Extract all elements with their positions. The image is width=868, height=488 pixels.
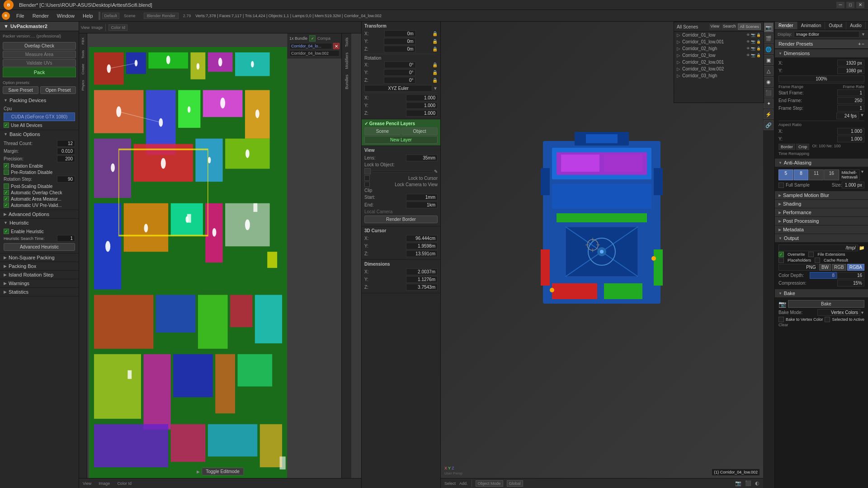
modifiers-tab[interactable]: Modifiers xyxy=(343,50,350,71)
shading-header[interactable]: ▶ Shading xyxy=(775,200,868,208)
rotation-y[interactable]: 0° xyxy=(384,69,415,76)
location-z[interactable]: 0m xyxy=(384,46,415,52)
rgba-button[interactable]: RGBA xyxy=(847,264,864,271)
bundles-tab[interactable]: Bundles xyxy=(343,72,350,92)
res-x-value[interactable]: 1920 px xyxy=(837,60,864,66)
render-visibility-icon[interactable]: 📷 xyxy=(751,53,755,57)
render-visibility-icon[interactable]: 📷 xyxy=(751,47,755,51)
output-path-folder-icon[interactable]: 📁 xyxy=(859,245,864,250)
advanced-options-header[interactable]: ▶ Advanced Options xyxy=(0,210,79,218)
render-icon[interactable]: ⬛ xyxy=(745,480,751,486)
heuristic-header[interactable]: ▼ Heuristic xyxy=(0,219,79,227)
rotation-step-value[interactable]: 90 xyxy=(57,176,75,183)
cursor-x-value[interactable]: 96.444cm xyxy=(406,235,438,242)
lock-rx-icon[interactable]: 🔒 xyxy=(432,62,438,67)
scene-button[interactable]: Scene xyxy=(364,127,401,135)
dim-x-value[interactable]: 2.0037m xyxy=(406,268,438,275)
layout-selector[interactable]: Default xyxy=(102,13,120,19)
location-y[interactable]: 0m xyxy=(384,38,415,45)
full-sample-checkbox[interactable] xyxy=(778,183,784,188)
overwrite-checkbox[interactable]: ✓ xyxy=(778,252,784,257)
view-icon[interactable]: View xyxy=(709,23,721,30)
visibility-icon[interactable]: 👁 xyxy=(746,40,750,44)
border-button[interactable]: Border xyxy=(778,144,795,150)
bake-vertex-checkbox[interactable] xyxy=(778,317,784,322)
dim-z-value[interactable]: 3.7543m xyxy=(406,284,438,291)
bake-mode-selector[interactable]: Vertex Colors xyxy=(817,309,861,316)
bw-button[interactable]: BW xyxy=(819,264,831,271)
fbx-tools-tab[interactable]: Tools xyxy=(80,48,86,61)
non-square-packing-header[interactable]: ▶ Non-Square Packing xyxy=(0,253,79,262)
frame-step-value[interactable]: 1 xyxy=(837,105,864,112)
performance-header[interactable]: ▶ Performance xyxy=(775,208,868,216)
statistics-header[interactable]: ▶ Statistics xyxy=(0,288,79,296)
pack-button[interactable]: Pack xyxy=(3,67,76,77)
warnings-header[interactable]: ▶ Warnings xyxy=(0,279,79,287)
color-depth-16[interactable]: 16 xyxy=(837,272,864,279)
format-selector[interactable]: PNG xyxy=(778,264,818,271)
rotation-x[interactable]: 0° xyxy=(384,61,416,68)
menu-render[interactable]: Render xyxy=(29,12,52,19)
uv-view-btn[interactable]: View xyxy=(81,25,90,30)
render-visibility-icon[interactable]: 📷 xyxy=(751,40,755,44)
tab-animation[interactable]: Animation xyxy=(797,22,825,29)
compression-value[interactable]: 15% xyxy=(837,280,864,286)
add-btn[interactable]: Add. xyxy=(459,481,468,486)
color-depth-8[interactable]: 8 xyxy=(810,272,837,279)
aa-size-value[interactable]: 1.000 px xyxy=(842,182,864,188)
output-header[interactable]: ▼ Output xyxy=(775,234,868,242)
lock-z-icon[interactable]: 🔒 xyxy=(432,47,438,52)
lock-icon[interactable]: 🔒 xyxy=(756,40,761,44)
use-all-devices-checkbox[interactable] xyxy=(4,122,9,128)
fbx-physics-tab[interactable]: Phyics xyxy=(80,78,86,93)
scale-x[interactable]: 1.000 xyxy=(406,94,438,101)
display-selector[interactable]: Image Editor xyxy=(794,31,859,38)
fbx-bundles-tab[interactable]: FBX xyxy=(80,35,86,47)
render-border-button[interactable]: Render Border xyxy=(364,216,438,223)
select-btn[interactable]: Select xyxy=(444,481,456,486)
tab-render[interactable]: Render xyxy=(775,22,797,29)
maximize-button[interactable]: □ xyxy=(846,2,854,8)
cursor-z-value[interactable]: 13.591cm xyxy=(406,250,438,257)
start-frame-value[interactable]: 1 xyxy=(837,89,864,96)
location-x[interactable]: 0m xyxy=(384,30,416,37)
margin-value[interactable]: 0.010 xyxy=(57,148,75,155)
lock-x-icon[interactable]: 🔒 xyxy=(432,31,438,36)
precision-value[interactable]: 200 xyxy=(57,155,75,162)
material-props-icon[interactable]: ◉ xyxy=(764,77,774,87)
new-layer-button[interactable]: New Layer xyxy=(364,136,438,144)
bundle-object-name[interactable]: Corridor_04_lo... xyxy=(289,43,332,49)
bundle-remove-button[interactable]: ✕ xyxy=(333,43,340,49)
toggle-editmode-button[interactable]: Toggle Editmode xyxy=(202,468,244,475)
rgb-button[interactable]: RGB xyxy=(832,264,846,271)
bake-camera-icon[interactable]: 📷 xyxy=(778,300,786,308)
dimensions-header[interactable]: ▼ Dimensions xyxy=(775,49,868,57)
visibility-icon[interactable]: 👁 xyxy=(746,47,750,51)
display-arrow-icon[interactable]: ▼ xyxy=(861,32,865,37)
world-props-icon[interactable]: 🌐 xyxy=(764,44,774,54)
enable-heuristic-checkbox[interactable] xyxy=(4,229,9,234)
render-engine-selector[interactable]: Blender Render xyxy=(144,13,179,19)
output-path-field[interactable]: /tmp/ xyxy=(778,244,858,251)
uv-image-btn[interactable]: Image xyxy=(91,25,103,30)
visibility-icon[interactable]: 👁 xyxy=(746,33,750,37)
advanced-heuristic-button[interactable]: Advanced Heuristic xyxy=(4,243,75,251)
presets-remove-icon[interactable]: − xyxy=(862,42,864,47)
overlap-check-button[interactable]: Overlap Check xyxy=(3,42,76,50)
rotation-enable-checkbox[interactable] xyxy=(4,163,9,169)
bundle-checkbox[interactable]: ✓ xyxy=(309,35,316,42)
post-scaling-checkbox[interactable] xyxy=(4,183,9,189)
aa-16-btn[interactable]: 16 xyxy=(824,169,839,180)
anti-aliasing-header[interactable]: ▼ Anti-Aliasing xyxy=(775,159,868,167)
lock-y-icon[interactable]: 🔒 xyxy=(432,39,438,44)
lock-icon[interactable]: 🔒 xyxy=(756,33,761,37)
outliner-item-3[interactable]: ▷ Corridor_02_low 👁 📷 🔒 xyxy=(674,52,764,59)
search-time-value[interactable]: 1 xyxy=(57,235,75,242)
scale-y[interactable]: 1.000 xyxy=(406,102,438,109)
uv-map-canvas[interactable] xyxy=(89,47,287,478)
physics-props-icon[interactable]: ⚡ xyxy=(764,109,774,119)
aa-filter-arrow[interactable]: ▼ xyxy=(860,169,864,180)
open-preset-button[interactable]: Open Preset xyxy=(40,86,76,94)
object-button[interactable]: Object xyxy=(401,127,438,135)
minimize-button[interactable]: ─ xyxy=(836,2,844,8)
